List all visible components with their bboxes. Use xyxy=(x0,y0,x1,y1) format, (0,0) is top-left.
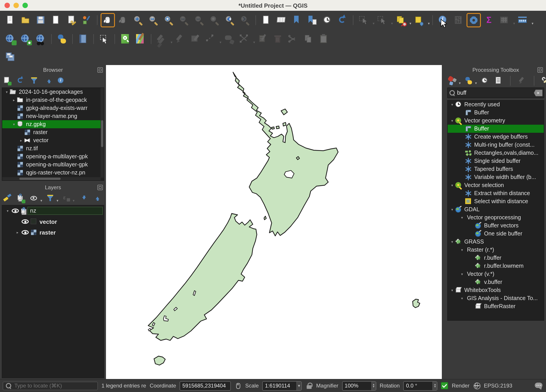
redo-button[interactable] xyxy=(348,32,361,46)
history-button[interactable] xyxy=(481,76,489,85)
save-project-button[interactable] xyxy=(34,13,48,27)
results-viewer-button[interactable] xyxy=(494,76,503,85)
processing-toolbox-button[interactable] xyxy=(467,13,481,27)
algorithm-gdal[interactable]: ▾GDAL xyxy=(448,205,544,214)
save-layer-edits-button[interactable] xyxy=(173,32,187,46)
zoom-next-button[interactable] xyxy=(238,13,252,27)
magnifier-input[interactable] xyxy=(342,383,371,389)
algorithm-gis-analysis-distance-to[interactable]: ▾GIS Analysis - Distance To... xyxy=(448,294,544,302)
algorithm-tapered-buffers[interactable]: Tapered buffers xyxy=(448,165,544,173)
zoom-full-button[interactable] xyxy=(162,13,176,27)
open-layer-styling-button[interactable] xyxy=(3,194,12,203)
undo-button[interactable] xyxy=(332,32,346,46)
save-edits-button[interactable] xyxy=(188,32,202,46)
collapse-all-button[interactable] xyxy=(91,194,101,203)
collapse-all-button[interactable] xyxy=(43,76,52,85)
new-bookmark-button[interactable] xyxy=(290,13,304,27)
scale-input[interactable] xyxy=(263,383,296,389)
deselect-features-button[interactable] xyxy=(375,13,389,27)
browser-item-qgis-raster-vector-nz-pn[interactable]: qgis-raster-vector-nz.pn xyxy=(2,169,104,177)
sum-features-button[interactable] xyxy=(482,13,496,27)
options-button[interactable] xyxy=(541,76,546,85)
copy-features-button[interactable] xyxy=(302,32,315,46)
properties-info-button[interactable] xyxy=(57,76,65,85)
toggle-editing-button[interactable] xyxy=(155,32,168,46)
multiedit-attributes-button[interactable] xyxy=(256,32,269,46)
digitize-with-segment-button[interactable] xyxy=(204,32,217,46)
add-web-layer-button[interactable] xyxy=(4,32,17,46)
measure-button[interactable] xyxy=(516,13,529,27)
expander-icon[interactable]: ▾ xyxy=(449,119,455,123)
visibility-eye-icon[interactable] xyxy=(22,229,29,236)
rotation-input[interactable] xyxy=(404,383,432,389)
open-project-button[interactable] xyxy=(19,13,32,27)
visibility-eye-icon[interactable] xyxy=(22,218,29,225)
algorithm-r-buffer[interactable]: r.buffer xyxy=(448,254,544,262)
zoom-to-selection-button[interactable] xyxy=(177,13,191,27)
show-bookmarks-button[interactable] xyxy=(305,13,319,27)
toolbox-search-input[interactable] xyxy=(455,90,534,96)
expander-icon[interactable]: ▸ xyxy=(18,138,24,142)
help-contents-button[interactable] xyxy=(76,32,90,46)
expander-icon[interactable]: ▾ xyxy=(449,288,455,292)
expander-icon[interactable]: ▾ xyxy=(449,102,455,107)
algorithm-vector-v[interactable]: ▾Vector (v.*) xyxy=(448,270,544,278)
algorithm-grass[interactable]: ▾GRASS xyxy=(448,238,544,246)
expander-icon[interactable]: ▸ xyxy=(11,98,17,102)
manage-visibility-button[interactable] xyxy=(30,194,39,203)
locate-input[interactable] xyxy=(13,382,95,389)
python-console-button[interactable] xyxy=(55,32,69,46)
temporal-controller-button[interactable] xyxy=(321,13,334,27)
quick-map-services-button[interactable] xyxy=(134,32,147,46)
expander-icon[interactable]: ▾ xyxy=(449,183,455,187)
rotation-spinner[interactable]: ▲▼ xyxy=(433,381,437,390)
expander-icon[interactable]: ▾ xyxy=(4,90,9,94)
crs-globe-icon[interactable] xyxy=(473,382,480,389)
pan-map-button[interactable] xyxy=(101,13,115,27)
show-layout-manager-button[interactable] xyxy=(275,13,288,27)
refresh-browser-button[interactable] xyxy=(16,76,25,85)
zoom-in-button[interactable] xyxy=(131,13,145,27)
annotations-button[interactable] xyxy=(394,13,407,27)
algorithm-vector-geometry[interactable]: ▾Vector geometry xyxy=(448,117,544,125)
statistical-summary-button[interactable] xyxy=(452,13,465,27)
new-project-button[interactable] xyxy=(4,13,17,27)
pan-to-selection-button[interactable] xyxy=(116,13,130,27)
algorithm-bufferraster[interactable]: BufferRaster xyxy=(448,302,544,310)
toolbox-float-icon[interactable] xyxy=(538,67,543,73)
map-tips-button[interactable] xyxy=(412,13,426,27)
expander-icon[interactable]: ▸ xyxy=(15,230,20,234)
web-layer-search-button[interactable] xyxy=(19,32,32,46)
paste-features-button[interactable] xyxy=(317,32,331,46)
metasearch-button[interactable] xyxy=(34,32,48,46)
expander-icon[interactable]: ▾ xyxy=(459,248,465,252)
algorithm-rectangles-ovals-diamo[interactable]: Rectangles,ovals,diamo... xyxy=(448,149,544,157)
browser-item-vector[interactable]: ▸vector xyxy=(2,136,104,145)
clear-search-icon[interactable]: × xyxy=(534,89,542,96)
osm-place-search-button[interactable] xyxy=(118,32,132,46)
browser-vertical-scrollbar[interactable] xyxy=(101,88,104,178)
zoom-out-button[interactable] xyxy=(147,13,160,27)
browser-item-raster[interactable]: raster xyxy=(2,128,104,136)
browser-item-nz-tif[interactable]: nz.tif xyxy=(2,145,104,152)
expander-icon[interactable]: ▾ xyxy=(449,208,455,211)
layer-item-vector[interactable]: vector xyxy=(2,216,104,227)
edit-features-in-place-button[interactable] xyxy=(518,76,527,85)
browser-item-new-layer-name-png[interactable]: new-layer-name.png xyxy=(2,112,104,120)
python-scripts-button[interactable] xyxy=(464,76,473,85)
browser-item-in-praise-of-the-geopack[interactable]: ▸in-praise-of-the-geopack xyxy=(2,96,104,104)
browser-item-opening-a-multilayer-gpk[interactable]: opening-a-multilayer-gpk xyxy=(2,161,104,169)
new-layout-button[interactable] xyxy=(260,13,273,27)
algorithm-select-within-distance[interactable]: Select within distance xyxy=(448,197,544,205)
select-features-button[interactable] xyxy=(357,13,370,27)
algorithm-one-side-buffer[interactable]: One side buffer xyxy=(448,230,544,238)
filter-browser-button[interactable] xyxy=(30,76,39,85)
layer-item-raster[interactable]: ▸raster xyxy=(2,227,104,238)
magnifier-spinner[interactable]: ▲▼ xyxy=(371,381,376,390)
layer-item-nz[interactable]: ▾nz xyxy=(2,205,104,216)
layout-manager-button[interactable] xyxy=(65,13,78,27)
add-selected-layers-button[interactable] xyxy=(3,76,12,85)
move-feature-button[interactable] xyxy=(222,32,236,46)
expander-icon[interactable]: ▾ xyxy=(449,240,455,244)
add-group-button[interactable] xyxy=(16,194,25,203)
